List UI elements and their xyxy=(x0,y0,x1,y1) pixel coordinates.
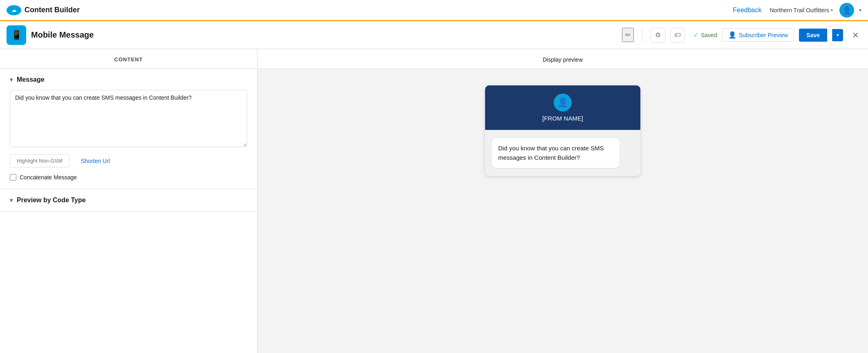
phone-messages: Did you know that you can create SMS mes… xyxy=(485,130,640,176)
highlight-non-gsm-button[interactable]: Highlight Non-GSM xyxy=(10,154,69,168)
page-title: Mobile Message xyxy=(31,30,617,40)
concatenate-label: Concatenate Message xyxy=(20,174,77,181)
message-textarea[interactable]: Did you know that you can create SMS mes… xyxy=(10,90,247,147)
edit-title-button[interactable]: ✏ xyxy=(622,28,634,42)
subscriber-icon: 👤 xyxy=(728,31,736,39)
phone-avatar: 👤 xyxy=(554,94,572,112)
save-dropdown-icon: ▾ xyxy=(837,32,839,38)
message-actions-row: Highlight Non-GSM Shorten Url xyxy=(10,154,247,168)
salesforce-cloud-icon: ☁ xyxy=(7,3,21,18)
phone-header: 👤 [FROM NAME] xyxy=(485,85,640,130)
message-section-title: Message xyxy=(17,76,45,83)
preview-code-accordion: ▾ Preview by Code Type xyxy=(0,189,257,212)
right-panel: Display preview 👤 [FROM NAME] Did you kn… xyxy=(257,49,868,353)
left-scroll-area[interactable]: ▾ Message Did you know that you can crea… xyxy=(0,69,257,353)
mobile-icon: 📱 xyxy=(11,30,22,40)
left-panel: CONTENT ▾ Message Did you know that you … xyxy=(0,49,257,353)
header-bar: 📱 Mobile Message ✏ ⚙ 🏷 ✓ Saved 👤 Subscri… xyxy=(0,21,868,49)
message-accordion: ▾ Message Did you know that you can crea… xyxy=(0,69,257,189)
subscriber-preview-button[interactable]: 👤 Subscriber Preview xyxy=(722,28,794,42)
message-accordion-body: Did you know that you can create SMS mes… xyxy=(0,90,257,189)
concatenate-row: Concatenate Message xyxy=(10,174,247,181)
saved-status: ✓ Saved xyxy=(693,31,717,39)
preview-area: 👤 [FROM NAME] Did you know that you can … xyxy=(257,69,868,353)
avatar-icon: 👤 xyxy=(842,6,851,15)
display-preview-label: Display preview xyxy=(257,49,868,69)
feedback-link[interactable]: Feedback xyxy=(733,7,761,14)
message-bubble: Did you know that you can create SMS mes… xyxy=(492,138,620,168)
topbar-dropdown-icon[interactable]: ▾ xyxy=(859,7,861,13)
phone-from-name: [FROM NAME] xyxy=(542,115,583,122)
preview-code-section-title: Preview by Code Type xyxy=(17,197,86,204)
saved-label: Saved xyxy=(701,32,717,38)
message-accordion-header[interactable]: ▾ Message xyxy=(0,69,257,90)
mobile-message-icon-box: 📱 xyxy=(7,25,26,45)
user-avatar[interactable]: 👤 xyxy=(839,3,854,18)
message-bubble-text: Did you know that you can create SMS mes… xyxy=(498,145,604,161)
split-layout: CONTENT ▾ Message Did you know that you … xyxy=(0,49,868,353)
main-container: 📱 Mobile Message ✏ ⚙ 🏷 ✓ Saved 👤 Subscri… xyxy=(0,21,868,353)
concatenate-checkbox[interactable] xyxy=(10,174,16,181)
org-name-label: Northern Trail Outfitters xyxy=(770,7,830,13)
close-icon: ✕ xyxy=(852,31,859,40)
tag-icon: 🏷 xyxy=(674,31,681,39)
org-chevron-icon: ▾ xyxy=(831,8,833,12)
preview-code-chevron-icon: ▾ xyxy=(10,197,13,203)
shorten-url-button[interactable]: Shorten Url xyxy=(74,154,116,168)
svg-text:☁: ☁ xyxy=(11,7,16,13)
settings-button[interactable]: ⚙ xyxy=(651,28,665,42)
topbar: ☁ Content Builder Feedback Northern Trai… xyxy=(0,0,868,21)
checkmark-icon: ✓ xyxy=(693,31,698,39)
app-name-label: Content Builder xyxy=(25,6,80,14)
save-dropdown-button[interactable]: ▾ xyxy=(832,29,843,41)
gear-icon: ⚙ xyxy=(655,31,661,39)
preview-code-accordion-header[interactable]: ▾ Preview by Code Type xyxy=(0,189,257,211)
message-chevron-icon: ▾ xyxy=(10,76,13,83)
content-section-label: CONTENT xyxy=(0,49,257,69)
app-logo: ☁ Content Builder xyxy=(7,3,80,18)
phone-preview: 👤 [FROM NAME] Did you know that you can … xyxy=(485,85,640,176)
phone-avatar-icon: 👤 xyxy=(557,97,568,108)
subscriber-preview-label: Subscriber Preview xyxy=(739,32,788,38)
close-button[interactable]: ✕ xyxy=(850,28,861,42)
save-button[interactable]: Save xyxy=(799,29,827,42)
header-divider xyxy=(642,29,642,42)
tag-button[interactable]: 🏷 xyxy=(670,28,685,42)
org-selector[interactable]: Northern Trail Outfitters ▾ xyxy=(770,7,833,13)
